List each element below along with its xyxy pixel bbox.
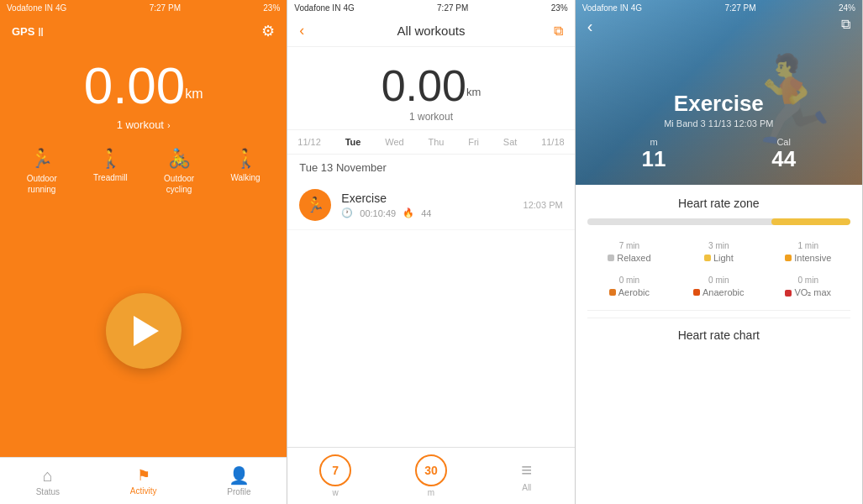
hero-stats: m 11 Cal 44 <box>589 137 849 171</box>
all-workouts-header: ‹ All workouts ⧉ <box>287 15 574 47</box>
status-battery-2: 23% <box>551 3 568 13</box>
bottom-nav-1: ⌂ Status ⚑ Activity 👤 Profile <box>0 457 287 504</box>
exercise-subtitle: Mi Band 3 11/13 12:03 PM <box>589 118 849 129</box>
nav-profile[interactable]: 👤 Profile <box>192 458 287 504</box>
heart-rate-chart-button[interactable]: Heart rate chart <box>587 318 850 352</box>
hr-zone-anaerobic: 0 min Anaerobic <box>676 271 760 298</box>
total-distance-value: 0.00km <box>287 60 574 111</box>
hr-zone-relaxed: 7 min Relaxed <box>587 237 671 263</box>
hr-zone-aerobic: 0 min Aerobic <box>587 271 671 298</box>
settings-icon[interactable]: ⚙ <box>261 22 275 40</box>
intensive-dot <box>785 255 792 261</box>
hero-text: Exercise Mi Band 3 11/13 12:03 PM m 11 C… <box>589 91 849 171</box>
status-time-2: 7:27 PM <box>437 3 468 13</box>
vo2max-dot <box>785 290 792 297</box>
play-triangle-icon <box>134 316 159 346</box>
exercise-title: Exercise <box>589 91 849 117</box>
export-icon[interactable]: ⧉ <box>554 24 563 39</box>
distance-value: 0.00km <box>84 55 203 115</box>
workout-duration: 00:10:49 <box>360 208 396 218</box>
all-workouts-title: All workouts <box>397 24 466 38</box>
status-carrier-3: Vodafone IN 4G <box>582 3 642 13</box>
gps-label: GPS || <box>12 25 44 38</box>
person-icon: 👤 <box>229 465 250 486</box>
status-bar-1: Vodafone IN 4G 7:27 PM 23% <box>0 0 287 15</box>
status-time-3: 7:27 PM <box>724 3 755 13</box>
all-filter-icon: ≡ <box>521 459 532 481</box>
activity-walking[interactable]: 🚶 Walking <box>230 148 260 195</box>
hr-zone-light: 3 min Light <box>676 237 760 263</box>
aerobic-dot <box>609 289 616 296</box>
status-time-1: 7:27 PM <box>150 3 181 13</box>
phone1-top-bar: GPS || ⚙ <box>0 15 287 47</box>
month-filter-circle: 30 <box>415 454 447 486</box>
hr-zone-vo2max: 0 min VO₂ max <box>766 271 850 298</box>
workout-filters: 7 w 30 m ≡ All <box>287 447 574 504</box>
exercise-details: Heart rate zone 7 min Relaxed 3 min <box>576 185 862 504</box>
workout-type-icon: 🏃 <box>299 189 331 221</box>
status-battery-3: 24% <box>839 3 855 13</box>
walking-icon: 🚶 <box>234 148 257 170</box>
activity-outdoor-running[interactable]: 🏃 Outdoorrunning <box>27 148 57 195</box>
flame-icon: 🔥 <box>403 207 414 218</box>
filter-week-label: w <box>333 488 339 497</box>
running-icon: 🏃 <box>30 148 53 170</box>
workout-summary[interactable]: 1 workout › <box>84 118 203 131</box>
hero-stat-calories: Cal 44 <box>771 137 796 171</box>
home-icon: ⌂ <box>43 466 53 486</box>
week-filter-circle: 7 <box>319 454 351 486</box>
total-workouts-sub: 1 workout <box>287 111 574 123</box>
clock-icon: 🕐 <box>341 207 353 218</box>
filter-month-label: m <box>428 488 434 497</box>
workout-date-header: Tue 13 November <box>287 155 574 181</box>
hero-share-button[interactable]: ⧉ <box>841 17 850 32</box>
workout-meta: 🕐 00:10:49 🔥 44 <box>341 207 513 218</box>
hr-zones-grid: 7 min Relaxed 3 min Light <box>587 237 850 298</box>
treadmill-icon: 🚶 <box>99 148 122 170</box>
nav-activity[interactable]: ⚑ Activity <box>96 458 192 504</box>
phone-2: Vodafone IN 4G 7:27 PM 23% ‹ All workout… <box>287 0 575 504</box>
hr-zone-bar-fill <box>771 218 850 225</box>
status-carrier-2: Vodafone IN 4G <box>294 3 354 13</box>
workout-time: 12:03 PM <box>524 200 563 210</box>
filter-all[interactable]: ≡ All <box>479 454 575 497</box>
cycling-icon: 🚴 <box>168 148 191 170</box>
total-distance-block: 0.00km 1 workout <box>287 47 574 130</box>
anaerobic-dot <box>693 289 700 296</box>
start-workout-button[interactable] <box>106 293 182 369</box>
status-bar-2: Vodafone IN 4G 7:27 PM 23% <box>287 0 574 15</box>
phone1-content: GPS || ⚙ 0.00km 1 workout › 🏃 Outdoorrun… <box>0 15 287 457</box>
filter-month[interactable]: 30 m <box>383 454 479 497</box>
hero-back-button[interactable]: ‹ <box>587 17 593 36</box>
activity-outdoor-cycling[interactable]: 🚴 Outdoorcycling <box>164 148 194 195</box>
filter-week[interactable]: 7 w <box>287 454 383 497</box>
distance-display: 0.00km 1 workout › <box>84 55 203 131</box>
week-navigator: 11/12 Tue Wed Thu Fri Sat 11/18 <box>287 130 574 155</box>
hero-stat-distance: m 11 <box>642 137 666 171</box>
back-button[interactable]: ‹ <box>299 22 304 39</box>
hr-zone-progress-bar <box>587 218 850 225</box>
workout-name: Exercise <box>341 192 513 205</box>
phone-3: Vodafone IN 4G 7:27 PM 24% ‹ ⧉ 🏃 Exercis… <box>576 0 863 504</box>
activity-icons-row: 🏃 Outdoorrunning 🚶 Treadmill 🚴 Outdoorcy… <box>0 138 287 205</box>
nav-status[interactable]: ⌂ Status <box>0 458 96 504</box>
status-bar-3: Vodafone IN 4G 7:27 PM 24% <box>576 0 862 15</box>
activity-treadmill[interactable]: 🚶 Treadmill <box>93 148 128 195</box>
gps-signal-icon: || <box>38 26 43 36</box>
section-divider <box>587 310 850 311</box>
hr-zone-intensive: 1 min Intensive <box>766 237 850 263</box>
play-button-area <box>106 205 182 457</box>
workout-item-info: Exercise 🕐 00:10:49 🔥 44 <box>341 192 513 218</box>
filter-all-label: All <box>522 483 531 492</box>
phone3-content: ‹ ⧉ 🏃 Exercise Mi Band 3 11/13 12:03 PM … <box>576 0 862 504</box>
status-battery-1: 23% <box>263 3 280 13</box>
chevron-right-icon: › <box>167 120 171 130</box>
relaxed-dot <box>608 255 614 261</box>
flag-icon: ⚑ <box>137 466 150 485</box>
phone2-content: ‹ All workouts ⧉ 0.00km 1 workout 11/12 … <box>287 15 574 504</box>
light-dot <box>704 255 711 261</box>
workout-calories: 44 <box>421 208 431 218</box>
exercise-hero: ‹ ⧉ 🏃 Exercise Mi Band 3 11/13 12:03 PM … <box>576 0 862 185</box>
phone-1: Vodafone IN 4G 7:27 PM 23% GPS || ⚙ 0.00… <box>0 0 287 504</box>
workout-list-item[interactable]: 🏃 Exercise 🕐 00:10:49 🔥 44 12:03 PM <box>287 181 574 230</box>
